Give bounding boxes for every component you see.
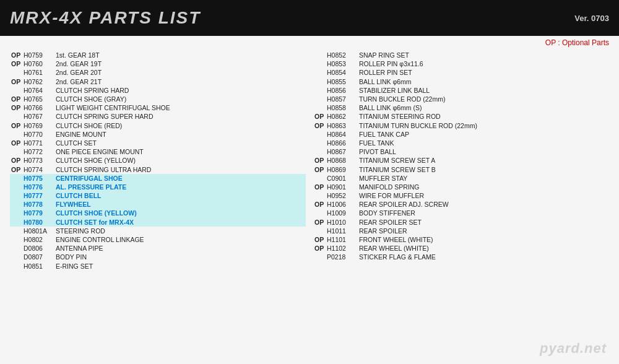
- op-marker: OP: [313, 218, 326, 227]
- part-number: H0765: [22, 95, 54, 103]
- part-name: 1st. GEAR 18T: [54, 51, 306, 59]
- table-row: H0864FUEL TANK CAP: [313, 130, 609, 139]
- part-name: STICKER FLAG & FLAME: [358, 253, 609, 261]
- part-number: H1101: [326, 235, 358, 244]
- part-number: H0952: [326, 191, 358, 200]
- op-marker: OP: [10, 59, 22, 68]
- part-name: TURN BUCKLE ROD (22mm): [358, 95, 609, 103]
- op-marker: [10, 112, 22, 121]
- part-number: H1011: [326, 227, 358, 235]
- op-marker: [313, 139, 326, 147]
- op-marker: [313, 77, 326, 86]
- page: MRX-4X PARTS LIST Ver. 0703 OP : Optiona…: [0, 0, 619, 364]
- part-number: H0867: [326, 147, 358, 156]
- op-marker: [10, 130, 22, 139]
- part-number: H0771: [22, 139, 54, 147]
- op-marker: OP: [313, 112, 326, 121]
- part-name: ENGINE MOUNT: [54, 130, 306, 139]
- table-row: H0801ASTEERING ROD: [10, 227, 306, 235]
- part-name: BALL LINK φ6mm (S): [358, 103, 609, 112]
- table-row: H0802ENGINE CONTROL LINKAGE: [10, 235, 306, 244]
- table-row: OPH0766LIGHT WEIGHT CENTRIFUGAL SHOE: [10, 103, 306, 112]
- part-number: H0855: [326, 77, 358, 86]
- table-row: P0218STICKER FLAG & FLAME: [313, 253, 609, 261]
- table-row: H0867PIVOT BALL: [313, 147, 609, 156]
- part-number: H0866: [326, 139, 358, 147]
- op-marker: OP: [313, 165, 326, 173]
- part-name: PIVOT BALL: [358, 147, 609, 156]
- table-row: OPH07622nd. GEAR 21T: [10, 77, 306, 86]
- table-row: OPH0769CLUTCH SHOE (RED): [10, 121, 306, 130]
- part-number: H1102: [326, 244, 358, 253]
- op-marker: OP: [313, 121, 326, 130]
- part-number: H0801A: [22, 227, 54, 235]
- part-number: H0759: [22, 51, 54, 59]
- part-name: SNAP RING SET: [358, 51, 609, 59]
- part-name: BODY PIN: [54, 253, 306, 261]
- op-marker: OP: [313, 156, 326, 165]
- part-number: H0852: [326, 51, 358, 59]
- part-number: H0856: [326, 86, 358, 95]
- part-name: WIRE FOR MUFFLER: [358, 191, 609, 200]
- table-row: H0779CLUTCH SHOE (YELLOW): [10, 209, 306, 217]
- op-marker: [313, 191, 326, 200]
- table-row: OPH1101FRONT WHEEL (WHITE): [313, 235, 609, 244]
- part-number: H0779: [22, 209, 54, 217]
- part-name: CLUTCH SPRING HARD: [54, 86, 306, 95]
- part-number: H1009: [326, 209, 358, 217]
- part-name: ANTENNA PIPE: [54, 244, 306, 253]
- part-name: TITANIUM SCREW SET B: [358, 165, 609, 173]
- header: MRX-4X PARTS LIST Ver. 0703: [0, 0, 619, 36]
- op-marker: [313, 253, 326, 261]
- part-number: H1006: [326, 200, 358, 209]
- part-number: H0854: [326, 68, 358, 77]
- part-name: BODY STIFFENER: [358, 209, 609, 217]
- op-marker: [313, 174, 326, 183]
- part-number: H0862: [326, 112, 358, 121]
- table-row: OPH1010REAR SPOILER SET: [313, 218, 609, 227]
- op-marker: [10, 218, 22, 227]
- table-row: OPH0771CLUTCH SET: [10, 139, 306, 147]
- op-marker: [10, 68, 22, 77]
- table-row: D0807BODY PIN: [10, 253, 306, 261]
- part-number: H0780: [22, 218, 54, 227]
- part-name: ONE PIECE ENGINE MOUNT: [54, 147, 306, 156]
- part-name: CLUTCH SET: [54, 139, 306, 147]
- table-row: OPH0765CLUTCH SHOE (GRAY): [10, 95, 306, 103]
- op-marker: OP: [10, 156, 22, 165]
- table-row: H0772ONE PIECE ENGINE MOUNT: [10, 147, 306, 156]
- part-number: H0776: [22, 183, 54, 191]
- part-name: STABILIZER LINK BALL: [358, 86, 609, 95]
- part-name: STEERING ROD: [54, 227, 306, 235]
- part-number: H0857: [326, 95, 358, 103]
- op-marker: OP: [10, 77, 22, 86]
- op-marker: [313, 86, 326, 95]
- part-name: BALL LINK φ6mm: [358, 77, 609, 86]
- op-marker: [313, 51, 326, 59]
- left-parts-table: OPH07591st. GEAR 18TOPH07602nd. GEAR 19T…: [10, 51, 306, 271]
- part-number: H0764: [22, 86, 54, 95]
- op-marker: [313, 95, 326, 103]
- part-number: H0770: [22, 130, 54, 139]
- part-name: LIGHT WEIGHT CENTRIFUGAL SHOE: [54, 103, 306, 112]
- table-row: OPH07591st. GEAR 18T: [10, 51, 306, 59]
- table-row: H07612nd. GEAR 20T: [10, 68, 306, 77]
- part-number: H0772: [22, 147, 54, 156]
- op-marker: OP: [10, 121, 22, 130]
- part-name: 2nd. GEAR 19T: [54, 59, 306, 68]
- part-number: H0773: [22, 156, 54, 165]
- part-number: C0901: [326, 174, 358, 183]
- table-row: H0777CLUTCH BELL: [10, 191, 306, 200]
- part-number: H0777: [22, 191, 54, 200]
- op-marker: [10, 174, 22, 183]
- op-marker: [10, 86, 22, 95]
- table-row: H0767CLUTCH SPRING SUPER HARD: [10, 112, 306, 121]
- part-number: H0767: [22, 112, 54, 121]
- op-marker: [10, 209, 22, 217]
- part-name: CLUTCH SHOE (GRAY): [54, 95, 306, 103]
- op-marker: [313, 147, 326, 156]
- part-name: REAR SPOILER ADJ. SCREW: [358, 200, 609, 209]
- op-marker: OP: [10, 139, 22, 147]
- part-name: ROLLER PIN φ3x11.6: [358, 59, 609, 68]
- part-name: FRONT WHEEL (WHITE): [358, 235, 609, 244]
